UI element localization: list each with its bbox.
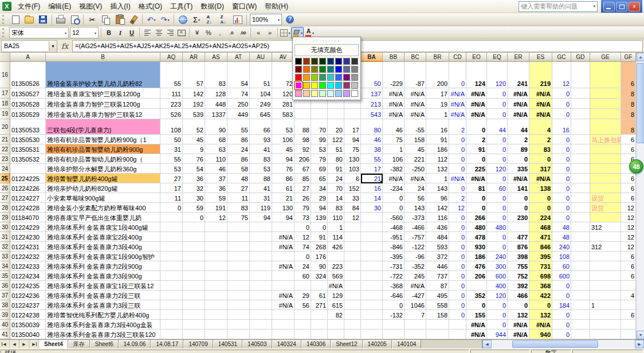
cell-A25[interactable]: 01224225 xyxy=(10,174,46,183)
cell-AV23[interactable]: 94 xyxy=(272,154,294,164)
cell-AW38[interactable]: 56 xyxy=(294,300,311,310)
cell-AU34[interactable] xyxy=(250,261,272,271)
notification-badge[interactable]: 48 xyxy=(629,159,643,174)
zoom-select[interactable]: 100%▾ xyxy=(250,14,282,25)
col-header-GF[interactable]: GF xyxy=(621,53,636,62)
cell-AQ17[interactable]: 111 xyxy=(160,88,183,99)
vertical-scroll-thumb[interactable] xyxy=(637,63,644,143)
cell-BA32[interactable] xyxy=(361,242,383,252)
cell-CD41[interactable] xyxy=(449,330,466,339)
cell-AT18[interactable]: 250 xyxy=(227,99,250,109)
col-header-BA[interactable]: BA xyxy=(361,53,383,62)
cell-ER35[interactable]: 752 xyxy=(508,271,529,281)
cell-AQ36[interactable] xyxy=(160,281,183,291)
cell-AS33[interactable] xyxy=(205,252,227,261)
col-header-CD[interactable]: CD xyxy=(449,53,466,62)
cell-AR23[interactable]: 76 xyxy=(183,154,205,164)
cell-BB16[interactable]: -229 xyxy=(383,62,405,88)
cell-BB19[interactable]: #N/A xyxy=(383,109,405,119)
cell-B22[interactable]: 雅培有机珍品菁智婴幼儿奶粉900g xyxy=(46,144,160,154)
cell-AY31[interactable]: 114 xyxy=(328,232,344,242)
cell-CD27[interactable]: 2 xyxy=(449,193,466,203)
cell-BB28[interactable]: 0 xyxy=(383,203,405,213)
cell-GC32[interactable]: 240 xyxy=(552,242,571,252)
cell-AV26[interactable]: 61 xyxy=(272,183,294,193)
cell-BB22[interactable]: 1 xyxy=(383,144,405,154)
cell-ER32[interactable]: 876 xyxy=(508,242,529,252)
sort-ascending-icon[interactable] xyxy=(203,14,217,25)
cell-AR40[interactable] xyxy=(183,320,205,330)
cell-AZ30[interactable] xyxy=(344,222,361,232)
cell-EO16[interactable]: 124 xyxy=(466,62,487,88)
scroll-up-icon[interactable]: ▲ xyxy=(637,53,644,61)
cell-BR23[interactable]: 112 xyxy=(426,154,449,164)
cell-GD26[interactable] xyxy=(571,183,590,193)
scroll-left-icon[interactable]: ◀ xyxy=(482,340,492,348)
cell-BB27[interactable]: 0 xyxy=(383,193,405,203)
color-swatch-FFFF99[interactable] xyxy=(311,90,318,97)
col-header-AQ[interactable]: AQ xyxy=(160,53,183,62)
sheet-tab-140104[interactable]: 140104 xyxy=(392,340,421,348)
cell-ER24[interactable]: 335 xyxy=(508,164,529,174)
cell-AS22[interactable]: 63 xyxy=(205,144,227,154)
cell-BR39[interactable]: 158 xyxy=(426,310,449,320)
cell-AS41[interactable] xyxy=(205,330,227,339)
cell-GE25[interactable] xyxy=(590,174,621,183)
cell-GE29[interactable] xyxy=(590,213,621,222)
row-header-30[interactable]: 30 xyxy=(0,222,10,232)
color-swatch-33CCCC[interactable] xyxy=(327,74,334,81)
cell-GD25[interactable] xyxy=(571,174,590,183)
cell-GD36[interactable] xyxy=(571,281,590,291)
cell-CD40[interactable] xyxy=(449,320,466,330)
cell-GC24[interactable]: 0 xyxy=(552,164,571,174)
cell-AT32[interactable] xyxy=(227,242,250,252)
cell-GC36[interactable]: 0 xyxy=(552,281,571,291)
cell-AQ39[interactable] xyxy=(160,310,183,320)
cell-GE27[interactable]: 设货 xyxy=(590,193,621,203)
cell-AQ20[interactable]: 108 xyxy=(160,119,183,135)
sheet-tab-14.08.17[interactable]: 14.08.17 xyxy=(151,340,183,348)
cell-AY22[interactable]: 51 xyxy=(328,144,344,154)
cell-A19[interactable]: 01350529 xyxy=(10,109,46,119)
italic-button[interactable]: I xyxy=(115,28,126,38)
cell-AU30[interactable] xyxy=(250,222,272,232)
color-swatch-800000[interactable] xyxy=(295,66,302,73)
cell-ER30[interactable] xyxy=(508,222,529,232)
color-swatch-00FF00[interactable] xyxy=(319,82,326,89)
cell-AV22[interactable]: 45 xyxy=(272,144,294,154)
cell-B36[interactable]: 雅培亲体系列 金装喜康宝1段三联装12 xyxy=(46,281,160,291)
cell-GD28[interactable] xyxy=(571,203,590,213)
col-header-AV[interactable]: AV xyxy=(272,53,294,62)
cell-AZ36[interactable] xyxy=(344,281,361,291)
sheet-tab-140531[interactable]: 140531 xyxy=(213,340,242,348)
cell-ES39[interactable]: 132 xyxy=(529,310,552,320)
cell-AX20[interactable]: 70 xyxy=(311,119,328,135)
cell-AX29[interactable]: 139 xyxy=(311,213,328,222)
first-sheet-icon[interactable]: ◀ xyxy=(0,340,10,348)
cell-AR36[interactable] xyxy=(183,281,205,291)
cell-AT33[interactable] xyxy=(227,252,250,261)
cell-BB31[interactable]: -951 xyxy=(383,232,405,242)
cell-BR35[interactable]: 737 xyxy=(426,271,449,281)
cell-BA22[interactable]: 38 xyxy=(361,144,383,154)
cell-B38[interactable]: 雅培亲体系列 金装喜康力3段三联 xyxy=(46,300,160,310)
cell-AU38[interactable] xyxy=(250,300,272,310)
cell-B17[interactable]: 雅培金装喜康宝智护三联装1200g xyxy=(46,88,160,99)
cell-BR28[interactable]: 142 xyxy=(426,203,449,213)
cell-AV18[interactable]: 281 xyxy=(272,99,294,109)
cell-EQ37[interactable]: 120 xyxy=(487,291,508,300)
cell-EQ40[interactable]: 0 xyxy=(487,320,508,330)
cell-AZ20[interactable]: 17 xyxy=(344,119,361,135)
color-swatch-800080[interactable] xyxy=(343,74,350,81)
cell-B21[interactable]: 雅培有机珍品菁智婴儿奶粉900g（1 xyxy=(46,135,160,144)
cell-ES26[interactable]: 138 xyxy=(529,183,552,193)
cell-BC29[interactable]: -373 xyxy=(405,213,426,222)
cell-GD37[interactable] xyxy=(571,291,590,300)
cell-BR33[interactable]: 372 xyxy=(426,252,449,261)
cell-GE41[interactable] xyxy=(590,330,621,339)
row-header-19[interactable]: 19 xyxy=(0,109,10,119)
cell-EQ23[interactable]: 0 xyxy=(487,154,508,164)
cell-AZ35[interactable] xyxy=(344,271,361,281)
row-header-16[interactable]: 16 xyxy=(0,62,10,88)
help-search-input[interactable]: 键入需要帮助的问题 ▾ xyxy=(519,1,598,12)
